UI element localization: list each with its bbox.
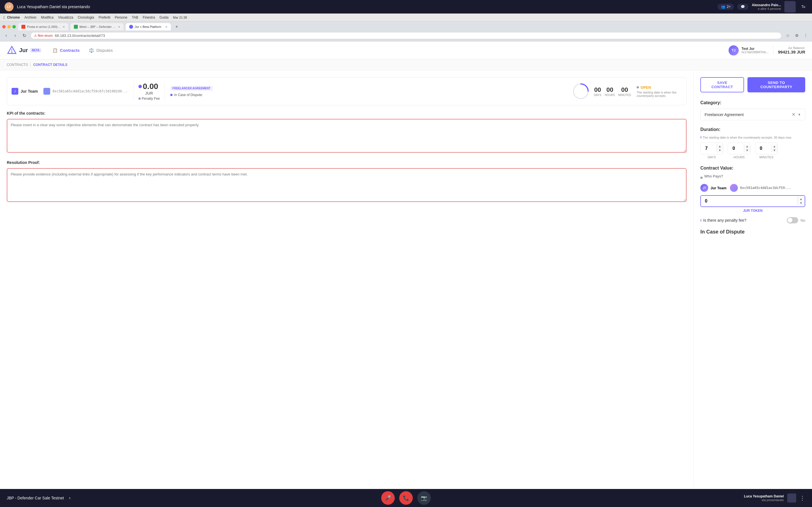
menu-guida[interactable]: Guida (160, 15, 168, 19)
starting-note: The starting date is when the counterpar… (637, 91, 682, 98)
chat-chip[interactable]: 💬 (737, 4, 748, 10)
status-note-block: OPEN The starting date is when the count… (637, 86, 682, 98)
duration-hours-up[interactable]: ▲ (744, 145, 750, 149)
disputes-nav-icon: ⚖️ (89, 48, 94, 53)
nav-contracts[interactable]: 📋 Contracts (52, 48, 80, 53)
penalty-fee-label: ℹ Is there any penalty fee? (700, 218, 787, 223)
tab-meet[interactable]: Meet – JBP – Defender Ca... ✕ (70, 23, 123, 31)
contract-value-down[interactable]: ▼ (798, 201, 804, 205)
who-pays-dot (700, 177, 703, 179)
party1-icon: J (11, 88, 18, 95)
close-window-btn[interactable] (2, 25, 6, 29)
left-panel: J Jur Team 0xc581a65c4dd1ac3dcf59c6fc3d1… (0, 70, 694, 487)
category-dropdown-icon[interactable]: ▼ (798, 113, 801, 117)
header-right: TJ Test Jur 0x17eb028888704c... Jur Bala… (728, 45, 805, 55)
duration-section: Duration: ℹ The starting date is when th… (700, 127, 805, 159)
save-contract-button[interactable]: SAVE CONTRACT (700, 77, 744, 93)
who-pays-label: Who Pays? (704, 174, 723, 178)
category-clear-icon[interactable]: ✕ (792, 112, 795, 117)
main-content: J Jur Team 0xc581a65c4dd1ac3dcf59c6fc3d1… (0, 70, 812, 487)
duration-days-label: DAYS (700, 156, 723, 159)
maximize-window-btn[interactable] (12, 25, 16, 29)
back-button[interactable]: ‹ (2, 32, 10, 40)
right-panel: SAVE CONTRACT SEND TO COUNTERPARTY Categ… (694, 70, 812, 487)
presenter-name: Luca Yesupatham Daniel sta presentando (17, 4, 90, 9)
duration-minutes-input[interactable] (755, 143, 771, 154)
menu-persone[interactable]: Persone (115, 15, 128, 19)
reload-button[interactable]: ↻ (20, 32, 28, 40)
warning-icon: ⚠ (34, 34, 37, 38)
party2-icon (43, 88, 50, 95)
duration-hours-spinners: ▲ ▼ (744, 145, 750, 152)
menu-cronologia[interactable]: Cronologia (78, 15, 94, 19)
menu-visualizza[interactable]: Visualizza (58, 15, 73, 19)
party1-chip-name: Jur Team (711, 186, 726, 190)
send-to-counterparty-button[interactable]: SEND TO COUNTERPARTY (748, 77, 805, 93)
beta-badge: BETA (30, 48, 41, 52)
menu-chrome[interactable]: Chrome (7, 15, 20, 19)
who-pays-row: Who Pays? (700, 174, 805, 181)
duration-hours-group: ▲ ▼ HOURS (728, 143, 751, 159)
duration-days-down[interactable]: ▼ (717, 149, 723, 152)
resolution-label: Resolution Proof: (7, 160, 687, 165)
menu-finestra[interactable]: Finestra (143, 15, 155, 19)
menu-preferiti[interactable]: Preferiti (99, 15, 110, 19)
app-header: Jur BETA 📋 Contracts ⚖️ Disputes TJ Test… (0, 41, 812, 59)
party2-chip-avatar (730, 184, 738, 192)
bookmark-button[interactable]: ☆ (784, 32, 792, 40)
duration-hours-input[interactable] (728, 143, 744, 154)
svg-text:J: J (14, 90, 16, 93)
extensions-button[interactable]: ⚙ (793, 32, 801, 40)
penalty-fee-toggle[interactable] (787, 217, 798, 223)
tab-meet-title: Meet – JBP – Defender Ca... (80, 25, 116, 29)
close-tab-jur[interactable]: ✕ (165, 25, 167, 29)
url-bar[interactable]: ⚠ Non sicuro 68.183.13.0/contracts/detai… (31, 32, 781, 39)
new-tab-button[interactable]: + (173, 24, 180, 29)
chrome-actions: ☆ ⚙ ⋮ (784, 32, 810, 40)
info-icon: ℹ (700, 135, 702, 139)
amount-block: 0.00 JUR Penalty Fee (134, 82, 165, 101)
user-name: Test Jur (742, 47, 769, 51)
tab-gmail[interactable]: Posta in arrivo (1.000) - luca@... ✕ (18, 23, 68, 31)
forward-button[interactable]: › (11, 32, 19, 40)
type-status-block: FREELANCER AGREEMENT In Case of Dispute: (170, 86, 213, 97)
camera-button[interactable]: 📷 (417, 491, 431, 492)
category-field[interactable]: Freelancer Agreement ✕ ▼ (700, 109, 805, 120)
close-tab-gmail[interactable]: ✕ (63, 25, 65, 29)
toggle-knob (788, 218, 793, 223)
mute-button[interactable]: 🎤 (381, 491, 395, 492)
party2-block: 0xc581a65c4dd1ac3dcf59c6fc3d1902d9... (43, 88, 128, 95)
resolution-textarea[interactable] (7, 168, 687, 202)
contract-value-up[interactable]: ▲ (798, 197, 804, 201)
apple-menu[interactable]:  (3, 15, 5, 20)
main-nav: 📋 Contracts ⚖️ Disputes (52, 48, 113, 53)
close-tab-meet[interactable]: ✕ (118, 25, 120, 29)
dispute-label: In Case of Dispute: (174, 93, 203, 97)
jur-favicon (129, 25, 133, 29)
contract-value-input[interactable] (701, 196, 797, 207)
menu-archivio[interactable]: Archivio (24, 15, 36, 19)
breadcrumb-current: CONTRACT DETAILS (33, 63, 67, 67)
chat-icon: 💬 (741, 5, 745, 9)
minimize-window-btn[interactable] (7, 25, 11, 29)
menu-modifica[interactable]: Modifica (41, 15, 54, 19)
duration-minutes-down[interactable]: ▼ (771, 149, 777, 152)
end-call-button[interactable]: 📞 (399, 491, 413, 492)
duration-days-up[interactable]: ▲ (717, 145, 723, 149)
contract-type-badge: FREELANCER AGREEMENT (170, 86, 213, 91)
nav-disputes-label: Disputes (96, 48, 113, 53)
duration-days-input[interactable] (701, 143, 716, 154)
tab-jur[interactable]: Jur » Beta Platform ✕ (126, 23, 171, 31)
duration-minutes-up[interactable]: ▲ (771, 145, 777, 149)
participants-count: 2+ (727, 5, 731, 9)
participants-chip[interactable]: 👥 2+ (718, 4, 734, 10)
duration-hours-down[interactable]: ▼ (744, 149, 750, 152)
breadcrumb-parent[interactable]: CONTRACTS (7, 63, 28, 67)
remote-video-thumb (784, 1, 796, 12)
nav-disputes[interactable]: ⚖️ Disputes (89, 48, 113, 53)
party2-address: 0xc581a65c4dd1ac3dcf59c6fc3d1902d9... (52, 89, 128, 93)
party1-chip: JT Jur Team (700, 184, 726, 192)
kpi-textarea[interactable] (7, 119, 687, 153)
menu-tab[interactable]: TAB (132, 15, 138, 19)
chrome-menu-button[interactable]: ⋮ (802, 32, 810, 40)
